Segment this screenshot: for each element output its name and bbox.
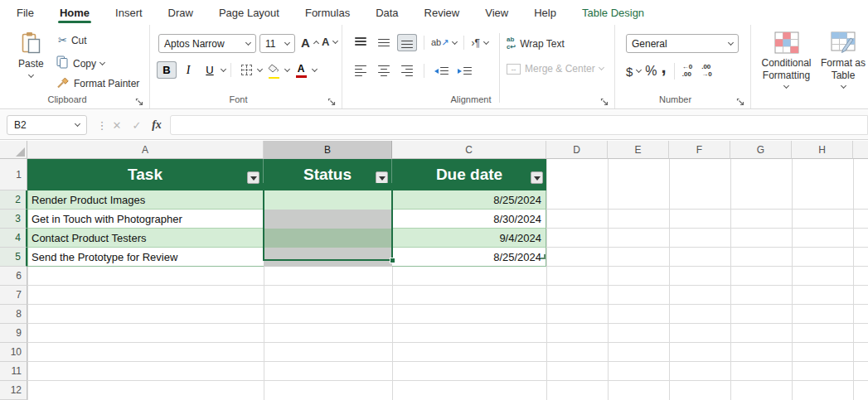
comma-style-button[interactable]: , — [662, 56, 667, 78]
row-header-12[interactable]: 12 — [0, 381, 27, 400]
column-header-f[interactable]: F — [669, 141, 730, 159]
column-header-d[interactable]: D — [546, 141, 608, 159]
row-header-2[interactable]: 2 — [0, 190, 27, 210]
tab-page-layout[interactable]: Page Layout — [217, 2, 281, 24]
select-all-corner[interactable] — [0, 141, 27, 159]
cell-b4[interactable] — [264, 229, 392, 248]
conditional-formatting-button[interactable]: Conditional Formatting — [759, 31, 813, 88]
filter-button-task[interactable] — [247, 171, 259, 184]
row-header-3[interactable]: 3 — [0, 210, 27, 229]
number-format-select[interactable]: General — [626, 34, 739, 53]
column-header-b[interactable]: B — [264, 141, 392, 159]
decrease-decimal-button[interactable]: .00 →0 — [701, 64, 711, 79]
column-header-a[interactable]: A — [27, 141, 264, 159]
cut-button[interactable]: ✂ Cut — [58, 34, 87, 46]
clipboard-dialog-launcher-icon[interactable] — [135, 95, 145, 105]
filter-button-status[interactable] — [376, 171, 388, 184]
accounting-format-button[interactable]: $ — [626, 65, 641, 79]
cell-b3[interactable] — [264, 210, 392, 229]
tab-review[interactable]: Review — [423, 2, 462, 24]
row-header-9[interactable]: 9 — [0, 324, 27, 343]
column-header-g[interactable]: G — [730, 141, 792, 159]
table-header-status[interactable]: Status — [264, 159, 392, 190]
row-header-1[interactable]: 1 — [0, 159, 27, 190]
font-dialog-launcher-icon[interactable] — [327, 95, 337, 105]
decrease-font-size-button[interactable]: A — [322, 36, 337, 48]
align-center-button[interactable] — [374, 62, 394, 80]
fill-color-button[interactable] — [264, 61, 284, 79]
row-header-5[interactable]: 5 — [0, 248, 27, 267]
align-right-button[interactable] — [397, 62, 417, 80]
row-header-8[interactable]: 8 — [0, 305, 27, 324]
alignment-dialog-launcher-icon[interactable] — [600, 95, 610, 105]
tab-draw[interactable]: Draw — [167, 2, 195, 24]
format-as-table-button[interactable]: Format as Table — [819, 31, 867, 88]
wrap-text-button[interactable]: abc↩ Wrap Text — [507, 36, 565, 51]
format-painter-button[interactable]: Format Painter — [56, 76, 139, 91]
row-header-11[interactable]: 11 — [0, 362, 27, 381]
italic-icon: I — [187, 64, 191, 77]
align-left-button[interactable] — [351, 62, 371, 80]
cell-c2[interactable]: 8/25/2024 — [392, 190, 546, 210]
cell-a2[interactable]: Render Product Images — [27, 190, 264, 210]
row-header-10[interactable]: 10 — [0, 343, 27, 362]
column-header-c[interactable]: C — [392, 141, 546, 159]
tab-formulas[interactable]: Formulas — [303, 2, 352, 24]
font-color-button[interactable]: A — [291, 61, 311, 79]
tab-insert[interactable]: Insert — [114, 2, 144, 24]
filter-button-due-date[interactable] — [531, 171, 543, 184]
currency-icon: $ — [626, 65, 633, 79]
alignment-group: ab↗ ›¶ — [342, 25, 615, 108]
tab-view[interactable]: View — [483, 2, 510, 24]
cell-a4[interactable]: Contact Product Testers — [27, 229, 264, 248]
merge-center-button[interactable]: ↔ Merge & Center — [507, 63, 604, 75]
cell-a3[interactable]: Get in Touch with Photographer — [27, 210, 264, 229]
column-header-e[interactable]: E — [608, 141, 669, 159]
column-header-h[interactable]: H — [792, 141, 853, 159]
percent-style-button[interactable]: % — [645, 64, 657, 79]
insert-function-icon[interactable]: fx — [148, 115, 166, 135]
increase-indent-button[interactable] — [454, 62, 474, 80]
tab-table-design[interactable]: Table Design — [580, 2, 646, 24]
increase-decimal-button[interactable]: ←0 .00 — [682, 64, 692, 79]
cell-b5[interactable] — [264, 248, 392, 267]
row-header-6[interactable]: 6 — [0, 267, 27, 286]
tab-home[interactable]: Home — [58, 2, 91, 24]
cell-c3[interactable]: 8/30/2024 — [392, 210, 546, 229]
row-header-7[interactable]: 7 — [0, 286, 27, 305]
row-header-4[interactable]: 4 — [0, 229, 27, 248]
font-name-select[interactable]: Aptos Narrow — [158, 34, 256, 53]
paste-button[interactable]: Paste — [18, 31, 44, 77]
orientation-button[interactable]: ab↗ — [431, 37, 457, 48]
text-direction-button[interactable]: ›¶ — [471, 37, 487, 49]
table-resize-handle-icon[interactable] — [541, 254, 546, 259]
spreadsheet-grid[interactable]: A B C D E F G H 1 2 3 4 5 6 7 8 9 10 11 … — [0, 141, 868, 400]
cell-a5[interactable]: Send the Prototype for Review — [27, 248, 264, 267]
align-middle-button[interactable] — [374, 34, 394, 51]
italic-button[interactable]: I — [178, 61, 198, 79]
decrease-indent-button[interactable] — [431, 62, 451, 80]
increase-font-size-button[interactable]: A — [301, 36, 318, 50]
align-bottom-button[interactable] — [397, 34, 417, 51]
bold-button[interactable]: B — [157, 61, 177, 79]
font-size-select[interactable]: 11 — [259, 34, 295, 53]
align-top-button[interactable] — [351, 34, 371, 51]
number-dialog-launcher-icon[interactable] — [736, 95, 746, 105]
cell-c5[interactable]: 8/25/2024 — [392, 248, 546, 267]
copy-button[interactable]: Copy — [56, 55, 104, 71]
formula-input[interactable] — [170, 115, 868, 135]
cell-b2-active[interactable] — [264, 190, 392, 210]
tab-help[interactable]: Help — [532, 2, 558, 24]
table-header-task[interactable]: Task — [27, 159, 264, 190]
cancel-icon[interactable]: ✕ — [108, 115, 126, 135]
fill-handle[interactable] — [390, 258, 395, 263]
table-header-due-date[interactable]: Due date — [392, 159, 546, 190]
underline-button[interactable]: U — [200, 61, 220, 79]
enter-icon[interactable]: ✓ — [128, 115, 146, 135]
name-box[interactable]: B2 — [7, 115, 87, 135]
borders-button[interactable] — [236, 61, 256, 79]
tab-file[interactable]: File — [15, 2, 36, 24]
tab-data[interactable]: Data — [374, 2, 400, 24]
cell-c4[interactable]: 9/4/2024 — [392, 229, 546, 248]
column-header-partial[interactable] — [853, 141, 868, 159]
